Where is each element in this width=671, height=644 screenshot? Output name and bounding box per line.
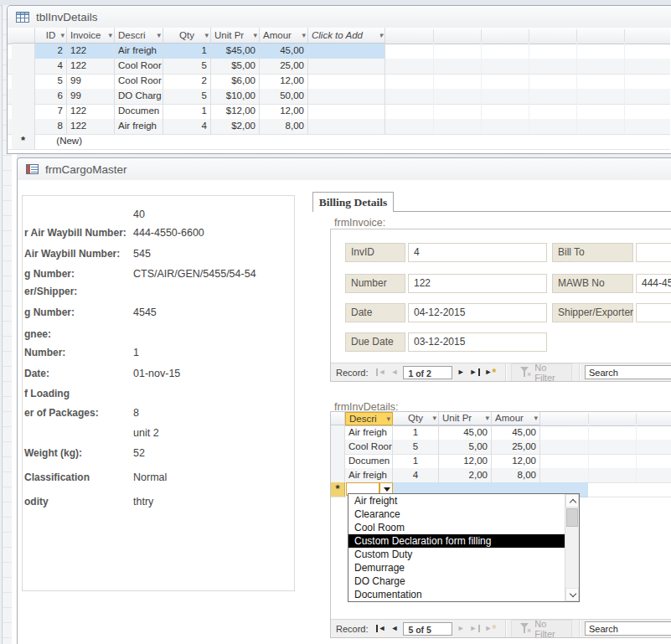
cell-amount[interactable]: 8,00: [492, 468, 540, 482]
column-header-unit-pr[interactable]: Unit Pr▾: [211, 28, 260, 44]
new-row-label[interactable]: (New): [35, 134, 85, 149]
row-selector[interactable]: [331, 468, 345, 482]
cell-qty[interactable]: 2: [163, 74, 211, 89]
column-header-qty[interactable]: Qty▾: [393, 412, 439, 425]
details-row[interactable]: Air freigh145,0045,00: [331, 425, 671, 440]
dropdown-item[interactable]: Custom Declaration form filling: [348, 534, 571, 548]
cell-invoice[interactable]: 122: [67, 44, 115, 59]
cell-descr[interactable]: Air freigh: [345, 425, 393, 440]
dropdown-item[interactable]: DO Charge: [348, 574, 571, 588]
field-value[interactable]: CTS/AIR/GEN/5455/54-54: [133, 268, 256, 280]
row-selector[interactable]: [12, 44, 35, 59]
table-row[interactable]: 599Cool Roor2$6,0012,00: [8, 74, 670, 90]
cell-id[interactable]: 5: [35, 74, 67, 89]
cell-empty[interactable]: [308, 59, 385, 74]
table-row[interactable]: 699DO Charg5$10,0050,00: [8, 89, 670, 105]
details-row[interactable]: Air freigh42,008,00: [331, 468, 671, 483]
record-position[interactable]: 1 of 2: [403, 366, 452, 379]
field-value[interactable]: 01-nov-15: [133, 368, 180, 379]
cell-empty[interactable]: [308, 89, 385, 104]
field-value[interactable]: unit 2: [133, 427, 159, 439]
cell-amount[interactable]: 45,00: [260, 44, 308, 59]
cell-qty[interactable]: 1: [393, 454, 439, 468]
cell-id[interactable]: 7: [35, 104, 67, 119]
column-header-amour[interactable]: Amour▾: [260, 28, 308, 44]
tab-billing-details[interactable]: Billing Details: [312, 192, 394, 212]
dropdown-item[interactable]: Cool Room: [348, 521, 571, 534]
form-window-titlebar[interactable]: frmCargoMaster: [18, 158, 671, 180]
next-record-button[interactable]: ►: [457, 625, 465, 632]
cell-qty[interactable]: 5: [163, 59, 211, 74]
scrollbar-thumb[interactable]: [566, 508, 578, 527]
cell-unit[interactable]: 45,00: [439, 425, 492, 440]
cell-amount[interactable]: 8,00: [260, 119, 308, 134]
cell-unit[interactable]: $45,00: [211, 44, 260, 59]
field-value[interactable]: 52: [133, 447, 145, 459]
cell-empty[interactable]: [308, 74, 385, 89]
filter-arrow-icon[interactable]: ▾: [108, 28, 112, 43]
table-window-titlebar[interactable]: tblInvDetails: [8, 6, 671, 28]
cell-id[interactable]: 6: [35, 89, 67, 104]
row-selector[interactable]: [12, 104, 35, 119]
column-header-id[interactable]: ID▾: [35, 28, 67, 44]
dropdown-scrollbar[interactable]: [565, 494, 579, 601]
first-record-button[interactable]: ◄: [376, 368, 386, 376]
invoice-input-number[interactable]: 122: [408, 274, 547, 293]
filter-arrow-icon[interactable]: ▾: [204, 28, 209, 43]
details-row[interactable]: Documen112,0012,00: [331, 454, 671, 469]
cell-descr[interactable]: Cool Roor: [345, 440, 393, 454]
previous-record-button[interactable]: ◄: [390, 625, 398, 632]
cell-qty[interactable]: 5: [393, 440, 439, 454]
field-value[interactable]: 40: [133, 209, 145, 220]
invoice-input-invid[interactable]: 4: [408, 243, 547, 262]
invoice-input-shipper-exporter[interactable]: [636, 303, 671, 322]
cell-invoice[interactable]: 122: [67, 104, 115, 119]
dropdown-item[interactable]: Documentation: [348, 588, 571, 601]
cell-unit[interactable]: $5,00: [211, 59, 260, 74]
cell-descr[interactable]: Documen: [345, 454, 393, 468]
cell-descr[interactable]: Documen: [115, 104, 163, 119]
column-header-click-to-add[interactable]: Click to Add▾: [308, 28, 385, 44]
cell-invoice[interactable]: 99: [67, 89, 115, 104]
cell-unit[interactable]: 2,00: [439, 468, 492, 482]
cell-unit[interactable]: $6,00: [211, 74, 260, 89]
new-row-selector[interactable]: *: [12, 134, 35, 149]
invoice-input-date[interactable]: 04-12-2015: [408, 303, 547, 322]
invoice-input-mawb-no[interactable]: 444-45: [636, 274, 671, 293]
field-value[interactable]: 1: [133, 347, 139, 358]
cell-unit[interactable]: 12,00: [439, 454, 492, 468]
cell-descr[interactable]: Air freigh: [345, 468, 393, 482]
column-header-qty[interactable]: Qty▾: [163, 28, 211, 44]
row-selector[interactable]: [12, 59, 35, 74]
cell-qty[interactable]: 5: [163, 89, 211, 104]
row-selector[interactable]: [12, 74, 35, 89]
invoice-input-due-date[interactable]: 03-12-2015: [408, 332, 547, 352]
cell-amount[interactable]: 12,00: [260, 104, 308, 119]
cell-amount[interactable]: 25,00: [492, 440, 540, 454]
filter-arrow-icon[interactable]: ▾: [302, 28, 306, 43]
last-record-button[interactable]: ►: [470, 368, 480, 376]
cell-unit[interactable]: $2,00: [211, 119, 260, 134]
column-header-amour[interactable]: Amour▾: [492, 412, 540, 425]
filter-arrow-icon[interactable]: ▾: [386, 413, 390, 425]
cell-id[interactable]: 4: [35, 59, 67, 74]
new-row[interactable]: *(New): [8, 134, 670, 150]
row-selector[interactable]: [331, 454, 345, 468]
cell-descr[interactable]: Air freigh: [115, 44, 163, 59]
cell-descr[interactable]: Cool Roor: [115, 59, 163, 74]
cell-amount[interactable]: 25,00: [260, 59, 308, 74]
next-record-button[interactable]: ►: [457, 368, 465, 376]
table-row[interactable]: 7122Documen1$12,0012,00: [8, 104, 670, 120]
cell-amount[interactable]: 45,00: [492, 425, 540, 440]
new-row-selector[interactable]: *: [331, 482, 345, 497]
previous-record-button[interactable]: ◄: [390, 368, 398, 376]
column-header-descri[interactable]: Descri▾: [115, 28, 163, 44]
cell-empty[interactable]: [308, 104, 385, 119]
new-record-button[interactable]: ►*: [485, 625, 497, 633]
cell-empty[interactable]: [308, 119, 385, 134]
cell-id[interactable]: 8: [35, 119, 67, 134]
scroll-down-icon[interactable]: [565, 588, 579, 601]
cell-invoice[interactable]: 122: [67, 119, 115, 134]
row-selector[interactable]: [331, 425, 345, 440]
invoice-input-bill-to[interactable]: [636, 243, 671, 262]
